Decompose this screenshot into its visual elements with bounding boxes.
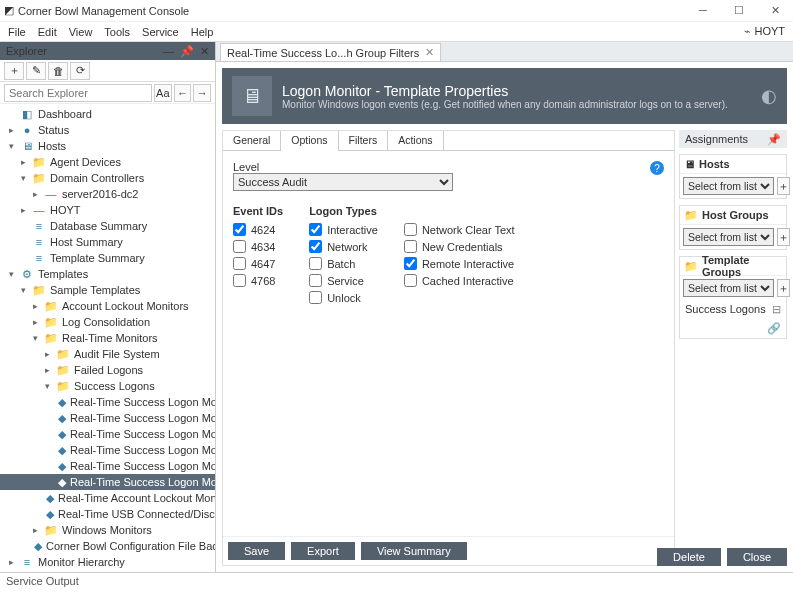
checkbox-row[interactable]: 4647 [233, 255, 283, 272]
tree-item[interactable]: ▸≡Monitor Hierarchy [0, 554, 215, 570]
checkbox[interactable] [309, 257, 322, 270]
expander-icon[interactable]: ▸ [6, 125, 16, 135]
expander-icon[interactable]: ▸ [18, 205, 28, 215]
tree-item[interactable]: ◆Corner Bowl Configuration File Backup [0, 538, 215, 554]
link-icon[interactable]: 🔗 [767, 322, 781, 335]
tree-item[interactable]: ▸📁Log Consolidation [0, 314, 215, 330]
checkbox[interactable] [309, 240, 322, 253]
tree-item[interactable]: ▸📁Account Lockout Monitors [0, 298, 215, 314]
menu-file[interactable]: File [8, 26, 26, 38]
close-window-button[interactable]: ✕ [761, 4, 789, 17]
expander-icon[interactable]: ▸ [30, 525, 40, 535]
tree-item[interactable]: ▸📁Failed Logons [0, 362, 215, 378]
tab-filters[interactable]: Filters [339, 131, 389, 150]
tree-item[interactable]: ▾📁Success Logons [0, 378, 215, 394]
tree-item[interactable]: ▾📁Sample Templates [0, 282, 215, 298]
tree-item[interactable]: ▾⚙Templates [0, 266, 215, 282]
tree-item[interactable]: ◆Real-Time Account Lockout Monitor [0, 490, 215, 506]
tree-item[interactable]: ▾📁Real-Time Monitors [0, 330, 215, 346]
template-groups-select[interactable]: Select from list [683, 279, 774, 297]
tree-item[interactable]: 📊Reports [0, 570, 215, 572]
checkbox-row[interactable]: 4768 [233, 272, 283, 289]
help-icon[interactable]: ? [650, 161, 664, 175]
close-button[interactable]: Close [727, 548, 787, 566]
tree-item[interactable]: ≡Host Summary [0, 234, 215, 250]
tree-item[interactable]: ▾📁Domain Controllers [0, 170, 215, 186]
checkbox-row[interactable]: Unlock [309, 289, 378, 306]
tree-item[interactable]: ◆Real-Time Success Logon Monitor (fr) [0, 442, 215, 458]
explorer-tree[interactable]: ◧Dashboard▸●Status▾🖥Hosts▸📁Agent Devices… [0, 104, 215, 572]
checkbox[interactable] [404, 257, 417, 270]
checkbox[interactable] [233, 240, 246, 253]
edit-button[interactable]: ✎ [26, 62, 46, 80]
checkbox-row[interactable]: Service [309, 272, 378, 289]
add-template-group-button[interactable]: ＋ [777, 279, 790, 297]
expander-icon[interactable]: ▸ [18, 157, 28, 167]
tree-item[interactable]: ≡Database Summary [0, 218, 215, 234]
minimize-button[interactable]: ─ [689, 4, 717, 17]
checkbox[interactable] [309, 274, 322, 287]
expander-icon[interactable]: ▾ [30, 333, 40, 343]
checkbox-row[interactable]: New Credentials [404, 238, 515, 255]
delete-button-main[interactable]: Delete [657, 548, 721, 566]
checkbox-row[interactable]: Interactive [309, 221, 378, 238]
menu-view[interactable]: View [69, 26, 93, 38]
save-button[interactable]: Save [228, 542, 285, 560]
tree-item[interactable]: ▸📁Agent Devices [0, 154, 215, 170]
tree-item[interactable]: ◆Real-Time Success Logon Monitor with Gr… [0, 474, 215, 490]
maximize-button[interactable]: ☐ [725, 4, 753, 17]
expander-icon[interactable]: ▸ [30, 189, 40, 199]
search-input[interactable] [4, 84, 152, 102]
menu-edit[interactable]: Edit [38, 26, 57, 38]
checkbox-row[interactable]: Remote Interactive [404, 255, 515, 272]
checkbox-row[interactable]: 4634 [233, 238, 283, 255]
expander-icon[interactable]: ▾ [18, 173, 28, 183]
tree-item[interactable]: ◆Real-Time Success Logon Monitor [0, 394, 215, 410]
expander-icon[interactable]: ▾ [6, 141, 16, 151]
tree-item[interactable]: ▸—HOYT [0, 202, 215, 218]
view-summary-button[interactable]: View Summary [361, 542, 467, 560]
add-button[interactable]: ＋ [4, 62, 24, 80]
checkbox[interactable] [309, 291, 322, 304]
expander-icon[interactable]: ▾ [42, 381, 52, 391]
tab-general[interactable]: General [223, 131, 281, 150]
hosts-select[interactable]: Select from list [683, 177, 774, 195]
checkbox-row[interactable]: Batch [309, 255, 378, 272]
checkbox[interactable] [233, 223, 246, 236]
search-next-button[interactable]: → [193, 84, 211, 102]
tree-item[interactable]: ◆Real-Time Success Logon Monitor (es) [0, 426, 215, 442]
tree-item[interactable]: ◆Real-Time Success Logon Monitor (it) [0, 458, 215, 474]
tree-item[interactable]: ▸📁Audit File System [0, 346, 215, 362]
expander-icon[interactable]: ▸ [30, 301, 40, 311]
expander-icon[interactable]: ▸ [6, 557, 16, 567]
expander-icon[interactable]: ▾ [6, 269, 16, 279]
add-host-button[interactable]: ＋ [777, 177, 790, 195]
menu-tools[interactable]: Tools [104, 26, 130, 38]
level-select[interactable]: Success Audit [233, 173, 453, 191]
checkbox[interactable] [233, 274, 246, 287]
menu-help[interactable]: Help [191, 26, 214, 38]
tree-item[interactable]: ▸📁Windows Monitors [0, 522, 215, 538]
tree-item[interactable]: ◆Real-Time Success Logon Monitor (de) [0, 410, 215, 426]
checkbox[interactable] [404, 223, 417, 236]
checkbox[interactable] [309, 223, 322, 236]
tab-options[interactable]: Options [281, 131, 338, 151]
checkbox[interactable] [404, 274, 417, 287]
checkbox[interactable] [404, 240, 417, 253]
match-case-button[interactable]: Aa [154, 84, 172, 102]
host-groups-select[interactable]: Select from list [683, 228, 774, 246]
expander-icon[interactable]: ▸ [42, 349, 52, 359]
expander-icon[interactable]: ▸ [42, 365, 52, 375]
expander-icon[interactable]: ▸ [30, 317, 40, 327]
tree-item[interactable]: ▾🖥Hosts [0, 138, 215, 154]
search-prev-button[interactable]: ← [174, 84, 192, 102]
remove-assignment-icon[interactable]: ⊟ [772, 303, 781, 316]
checkbox-row[interactable]: Cached Interactive [404, 272, 515, 289]
tree-item[interactable]: ▸●Status [0, 122, 215, 138]
refresh-button[interactable]: ⟳ [70, 62, 90, 80]
delete-button[interactable]: 🗑 [48, 62, 68, 80]
checkbox[interactable] [233, 257, 246, 270]
tree-item[interactable]: ▸—server2016-dc2 [0, 186, 215, 202]
add-host-group-button[interactable]: ＋ [777, 228, 790, 246]
close-panel-icon[interactable]: ✕ [200, 45, 209, 58]
